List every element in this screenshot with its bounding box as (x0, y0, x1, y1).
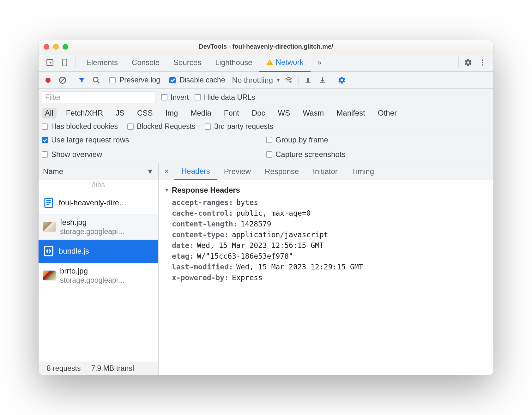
network-conditions-icon[interactable] (282, 74, 295, 87)
tab-lighthouse[interactable]: Lighthouse (208, 53, 259, 71)
type-doc[interactable]: Doc (249, 108, 269, 118)
tab-sources[interactable]: Sources (166, 53, 208, 71)
filter-icon[interactable] (76, 74, 88, 87)
headers-body[interactable]: ▼ Response Headers accept-ranges:bytesca… (159, 180, 493, 375)
type-all[interactable]: All (42, 108, 57, 118)
show-overview-checkbox[interactable] (42, 151, 48, 158)
blocked-cookies-checkbox[interactable] (42, 123, 48, 130)
tab-headers[interactable]: Headers (174, 163, 217, 180)
record-icon[interactable] (42, 74, 54, 87)
tab-timing[interactable]: Timing (345, 163, 381, 180)
disclosure-icon[interactable]: ▼ (164, 187, 169, 193)
separator (106, 75, 106, 86)
type-other[interactable]: Other (375, 108, 400, 118)
network-settings-icon[interactable] (336, 74, 348, 87)
header-value: W/"15cc63-186e53ef978" (197, 252, 293, 260)
dropdown-icon: ▼ (276, 78, 281, 83)
group-by-frame-checkbox[interactable] (266, 137, 272, 143)
type-media[interactable]: Media (187, 108, 214, 118)
capture-screenshots-row[interactable]: Capture screenshots (266, 150, 490, 159)
capture-screenshots-checkbox[interactable] (266, 151, 272, 158)
type-manifest[interactable]: Manifest (333, 108, 368, 118)
group-by-frame-row[interactable]: Group by frame (266, 135, 490, 144)
invert-checkbox[interactable] (161, 94, 167, 100)
upload-har-icon[interactable] (302, 74, 314, 87)
resource-type-filter: All Fetch/XHR JS CSS Img Media Font Doc … (39, 106, 493, 120)
tab-initiator[interactable]: Initiator (306, 163, 345, 180)
request-row[interactable]: bundle.js (39, 240, 158, 263)
close-details-icon[interactable]: × (159, 163, 174, 180)
request-row[interactable]: fesh.jpg storage.googleapi… (39, 214, 158, 240)
window-title: DevTools - foul-heavenly-direction.glitc… (39, 43, 493, 50)
header-key: cache-control: (172, 209, 233, 217)
type-font[interactable]: Font (221, 108, 242, 118)
type-img[interactable]: Img (162, 108, 181, 118)
requests-header[interactable]: Name ▼ (39, 163, 158, 180)
network-toolbar: Preserve log Disable cache No throttling… (39, 72, 493, 89)
third-party-checkbox[interactable] (205, 123, 211, 130)
header-value: bytes (236, 198, 258, 207)
request-row[interactable]: brrto.jpg storage.googleapi… (39, 263, 158, 288)
search-icon[interactable] (90, 74, 103, 87)
invert-checkbox-row[interactable]: Invert (161, 93, 189, 102)
hide-data-urls-checkbox[interactable] (195, 94, 201, 100)
show-overview-label: Show overview (51, 150, 102, 159)
blocked-requests-checkbox[interactable] (127, 123, 134, 130)
type-wasm[interactable]: Wasm (299, 108, 327, 118)
separator (72, 75, 72, 86)
request-host: storage.googleapi… (60, 227, 125, 236)
type-ws[interactable]: WS (275, 108, 293, 118)
show-overview-row[interactable]: Show overview (42, 150, 266, 159)
separator (166, 75, 166, 86)
download-har-icon[interactable] (316, 74, 329, 87)
settings-icon[interactable] (462, 56, 475, 69)
throttling-select[interactable]: No throttling ▼ (232, 76, 281, 85)
request-name: fesh.jpg (60, 218, 125, 227)
device-toolbar-icon[interactable] (59, 56, 71, 69)
tab-preview[interactable]: Preview (217, 163, 258, 180)
hide-data-urls-row[interactable]: Hide data URLs (195, 93, 255, 102)
type-fetch-xhr[interactable]: Fetch/XHR (63, 108, 106, 118)
warning-icon (266, 59, 273, 66)
tab-elements[interactable]: Elements (79, 53, 125, 71)
column-name: Name (43, 167, 63, 176)
header-value: Wed, 15 Mar 2023 12:56:15 GMT (197, 241, 324, 250)
type-js[interactable]: JS (112, 108, 128, 118)
response-headers-section[interactable]: ▼ Response Headers (164, 186, 488, 195)
header-line: date:Wed, 15 Mar 2023 12:56:15 GMT (172, 241, 488, 250)
details-panel: × Headers Preview Response Initiator Tim… (159, 163, 493, 375)
type-css[interactable]: CSS (134, 108, 156, 118)
third-party-row[interactable]: 3rd-party requests (205, 122, 273, 131)
separator (298, 75, 299, 86)
header-line: content-length:1428579 (172, 220, 488, 228)
separator (75, 57, 76, 68)
header-line: etag:W/"15cc63-186e53ef978" (172, 252, 488, 260)
requests-list[interactable]: /libs foul-heavenly-dire… fesh.jpg stora… (39, 180, 158, 362)
disable-cache-checkbox[interactable] (169, 77, 176, 83)
more-icon[interactable] (476, 56, 489, 69)
large-rows-row[interactable]: Use large request rows (42, 135, 266, 144)
header-value: public, max-age=0 (236, 209, 311, 217)
tab-network[interactable]: Network (259, 53, 311, 72)
request-host: storage.googleapi… (60, 276, 125, 285)
tabs-overflow[interactable]: » (311, 53, 329, 71)
inspect-element-icon[interactable] (44, 56, 56, 69)
clear-icon[interactable] (56, 74, 69, 87)
svg-point-10 (93, 77, 98, 82)
header-line: cache-control:public, max-age=0 (172, 209, 488, 217)
panel-tabs: Elements Console Sources Lighthouse Netw… (39, 53, 493, 72)
svg-rect-3 (269, 61, 270, 63)
tab-response[interactable]: Response (258, 163, 306, 180)
svg-line-11 (97, 81, 100, 83)
blocked-cookies-row[interactable]: Has blocked cookies (42, 122, 118, 131)
filter-input[interactable]: Filter (42, 91, 155, 103)
preserve-log-checkbox[interactable] (109, 77, 116, 83)
tab-console[interactable]: Console (125, 53, 166, 71)
header-value: Express (232, 274, 263, 282)
sort-icon[interactable]: ▼ (146, 167, 154, 176)
header-line: content-type:application/javascript (172, 231, 488, 239)
large-rows-checkbox[interactable] (42, 137, 48, 143)
request-row[interactable]: foul-heavenly-dire… (39, 191, 158, 214)
svg-rect-14 (320, 82, 325, 83)
blocked-requests-row[interactable]: Blocked Requests (127, 122, 195, 131)
